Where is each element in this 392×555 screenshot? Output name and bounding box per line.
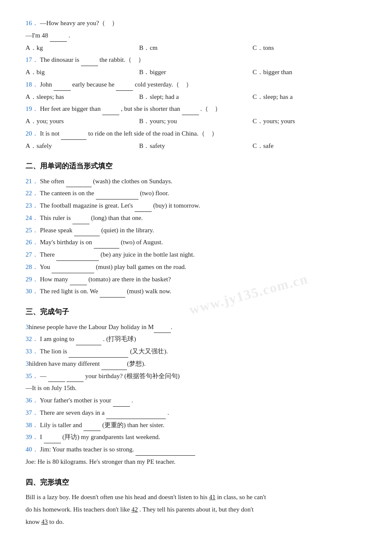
q26-blank xyxy=(94,241,119,249)
q18-blank1 xyxy=(54,83,71,91)
question-30: 30． The red light is on. We (must) walk … xyxy=(26,286,366,298)
question-35: 35． — your birthday? (根据答句补全问句) xyxy=(26,370,366,382)
q18-options: A．sleeps; has B．slept; had a C．sleep; ha… xyxy=(26,91,366,103)
q40-joe: Joe: He is 80 kilograms. He's stronger t… xyxy=(26,456,366,468)
q33-blank xyxy=(69,350,128,358)
q19-optA: A．you; yours xyxy=(26,116,139,127)
q39-blank xyxy=(44,436,61,443)
q27-blank xyxy=(56,253,99,261)
question-25: 25． Please speak (quiet) in the library. xyxy=(26,225,366,237)
question-27: 27． There (be) any juice in the bottle l… xyxy=(26,249,366,261)
question-17: 17． The dinosaur is the rabbit.（ ） xyxy=(26,54,366,66)
q16-text: —How heavy are you?（ ） xyxy=(40,20,118,26)
q19-blank1 xyxy=(102,107,119,115)
q16-options: A．kg B．cm C．tons xyxy=(26,42,366,54)
q17-blank xyxy=(81,58,98,66)
section3-title: 三、完成句子 xyxy=(26,305,366,318)
q22-blank xyxy=(96,192,138,199)
q29-blank xyxy=(70,278,87,285)
q19-options: A．you; yours B．yours; you C．yours; yours xyxy=(26,116,366,127)
q20-blank xyxy=(61,132,86,140)
q18-blank2 xyxy=(116,83,133,91)
q18-optA: A．sleeps; has xyxy=(26,91,139,103)
q32-blank xyxy=(76,338,101,345)
q18-optB: B．slept; had a xyxy=(139,91,252,103)
q34-blank xyxy=(101,362,127,370)
question-23: 23． The football magazine is great. Let'… xyxy=(26,200,366,212)
question-37: 37． There are seven days in a . xyxy=(26,407,366,419)
question-16: 16． —How heavy are you?（ ） xyxy=(26,17,366,29)
q36-blank xyxy=(113,399,130,407)
q31-blank xyxy=(154,325,171,333)
q35-blank1 xyxy=(48,374,65,382)
q37-blank xyxy=(106,411,166,419)
q20-optC: C．safe xyxy=(253,140,366,152)
q17-optA: A．big xyxy=(26,66,139,78)
q17-options: A．big B．bigger C．bigger than xyxy=(26,66,366,78)
q18-number: 18． xyxy=(26,81,38,88)
question-20: 20． It is not to ride on the left side o… xyxy=(26,128,366,140)
q38-blank xyxy=(84,423,101,431)
question-18: 18． John early because he cold yesterday… xyxy=(26,79,366,91)
q17-number: 17． xyxy=(26,56,38,63)
question-40: 40． Jim: Your maths teacher is so strong… xyxy=(26,444,366,456)
q35-answer: —It is on July 15th. xyxy=(26,382,366,394)
q20-optA: A．safely xyxy=(26,140,139,152)
question-22: 22． The canteen is on the (two) floor. xyxy=(26,188,366,199)
q19-optB: B．yours; you xyxy=(139,116,252,127)
question-26: 26． May's birthday is on (two) of August… xyxy=(26,237,366,249)
question-38: 38． Lily is taller and (更重的) than her si… xyxy=(26,419,366,431)
question-34: 3hildren have many different (梦想). xyxy=(26,358,366,370)
q16-blank xyxy=(50,34,67,42)
q20-optB: B．safety xyxy=(139,140,252,152)
section2-title: 二、用单词的适当形式填空 xyxy=(26,159,366,173)
q17-optB: B．bigger xyxy=(139,66,252,78)
q40-blank xyxy=(135,448,195,456)
question-33: 33． The lion is (又大又强壮). xyxy=(26,346,366,358)
q20-options: A．safely B．safety C．safe xyxy=(26,140,366,152)
question-32: 32． I am going to . (打羽毛球) xyxy=(26,333,366,345)
question-39: 39． I (拜访) my grandparents last weekend. xyxy=(26,431,366,443)
q28-blank xyxy=(52,266,94,273)
question-28: 28． You (must) play ball games on the ro… xyxy=(26,261,366,273)
q25-blank xyxy=(74,228,100,236)
q24-blank xyxy=(72,217,89,224)
q35-blank2 xyxy=(66,374,84,382)
q18-optC: C．sleep; has a xyxy=(253,91,366,103)
question-29: 29． How many (tomato) are there in the b… xyxy=(26,274,366,286)
q16-optC: C．tons xyxy=(253,42,366,54)
question-24: 24． This ruler is (long) than that one. xyxy=(26,212,366,224)
section4-title: 四、完形填空 xyxy=(26,476,366,489)
q19-optC: C．yours; yours xyxy=(253,116,366,127)
section4-para1: Bill is a lazy boy. He doesn't often use… xyxy=(26,491,366,503)
q16-optB: B．cm xyxy=(139,42,252,54)
q16-optA: A．kg xyxy=(26,42,139,54)
q21-blank xyxy=(66,179,92,187)
q19-number: 19． xyxy=(26,105,38,112)
q20-number: 20． xyxy=(26,130,38,137)
section4-para2: do his homework. His teachers don't like… xyxy=(26,504,366,516)
blank-41: 41 xyxy=(209,494,216,500)
question-31: 3hinese people have the Labour Day holid… xyxy=(26,321,366,333)
q17-optC: C．bigger than xyxy=(253,66,366,78)
blank-43: 43 xyxy=(41,518,48,525)
q30-blank xyxy=(100,290,125,298)
q16-number: 16． xyxy=(26,20,38,26)
q23-blank xyxy=(135,204,152,212)
question-36: 36． Your father's mother is your . xyxy=(26,395,366,407)
q19-blank2 xyxy=(182,107,199,115)
blank-42: 42 xyxy=(132,506,138,513)
q16-subtext: —I'm 48 . xyxy=(26,30,366,42)
section4-para3: know 43 to do. xyxy=(26,516,366,528)
question-19: 19． Her feet are bigger than , but she i… xyxy=(26,103,366,115)
question-21: 21． She often (wash) the clothes on Sund… xyxy=(26,176,366,188)
